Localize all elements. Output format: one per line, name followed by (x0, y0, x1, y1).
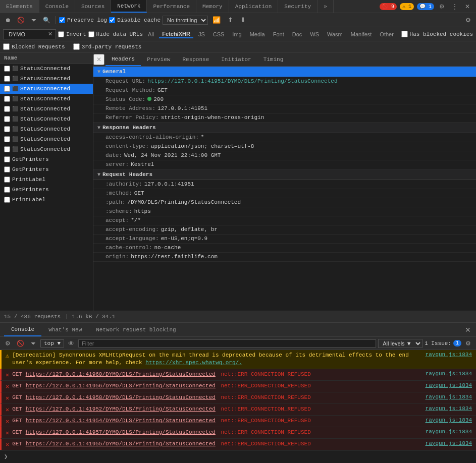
disable-cache-label[interactable]: Disable cache (109, 17, 161, 23)
request-item[interactable]: ⬛ StatusConnected (0, 74, 93, 84)
warning-source[interactable]: raygun.js:1834 (426, 352, 472, 358)
request-checkbox[interactable] (4, 106, 10, 112)
tab-console[interactable]: Console (39, 0, 75, 13)
third-party-checkbox[interactable] (73, 43, 80, 50)
request-checkbox[interactable] (4, 177, 10, 183)
console-tab-console[interactable]: Console (4, 323, 41, 336)
console-settings-button[interactable]: ⚙ (3, 339, 13, 348)
request-item[interactable]: PrintLabel (0, 175, 93, 185)
console-tab-whats-new[interactable]: What's New (41, 323, 89, 336)
error-url[interactable]: https://127.0.0.1:41956/DYMO/DLS/Printin… (26, 383, 216, 389)
preserve-log-checkbox[interactable] (59, 17, 65, 23)
request-item[interactable]: GetPrinters (0, 164, 93, 175)
filter-wasm[interactable]: Wasm (324, 31, 346, 38)
console-issue-settings[interactable]: ⚙ (463, 339, 473, 348)
detail-close-button[interactable]: ✕ (93, 54, 104, 65)
filter-button[interactable]: ⏷ (29, 16, 39, 25)
error-source[interactable]: raygun.js:1834 (426, 417, 472, 423)
filter-doc[interactable]: Doc (289, 31, 305, 38)
filter-font[interactable]: Font (270, 31, 287, 38)
tab-sources[interactable]: Sources (75, 0, 111, 13)
search-button[interactable]: 🔍 (41, 16, 52, 25)
has-blocked-cookies-label[interactable]: Has blocked cookies (401, 31, 473, 37)
record-button[interactable]: ⏺ (3, 16, 13, 25)
request-item[interactable]: ⬛ StatusConnected (0, 134, 93, 144)
error-url[interactable]: https://127.0.0.1:41957/DYMO/DLS/Printin… (26, 429, 216, 435)
console-clear-button[interactable]: 🚫 (15, 339, 26, 348)
console-filter-button[interactable]: ⏷ (28, 339, 38, 348)
request-checkbox[interactable] (4, 86, 10, 92)
request-checkbox[interactable] (4, 76, 10, 82)
search-input[interactable] (6, 30, 46, 38)
clear-search-button[interactable]: ✕ (47, 31, 54, 37)
tab-security[interactable]: Security (278, 0, 318, 13)
filter-fetch-xhr[interactable]: Fetch/XHR (159, 30, 193, 38)
request-checkbox[interactable] (4, 156, 10, 162)
preserve-log-label[interactable]: Preserve log (59, 17, 107, 23)
filter-media[interactable]: Media (247, 31, 268, 38)
tab-more[interactable]: » (318, 0, 334, 13)
request-checkbox[interactable] (4, 197, 10, 203)
export-button[interactable]: ⬇ (238, 15, 248, 25)
request-item[interactable]: GetPrinters (0, 154, 93, 164)
detail-tab-headers[interactable]: Headers (105, 52, 141, 66)
request-checkbox[interactable] (4, 166, 10, 172)
console-tab-network-blocking[interactable]: Network request blocking (89, 323, 183, 336)
request-item[interactable]: ⬛ StatusConnected (0, 84, 93, 94)
request-checkbox[interactable] (4, 96, 10, 102)
disable-cache-checkbox[interactable] (109, 17, 115, 23)
response-headers-section[interactable]: ▼ Response Headers (93, 123, 476, 133)
console-input-field[interactable] (10, 454, 472, 460)
close-devtools-button[interactable]: ✕ (463, 2, 472, 11)
request-item[interactable]: ⬛ StatusConnected (0, 94, 93, 104)
more-options-button[interactable]: ⋮ (450, 2, 460, 11)
error-source[interactable]: raygun.js:1834 (426, 429, 472, 435)
filter-all[interactable]: All (145, 31, 157, 38)
error-url[interactable]: https://127.0.0.1:41954/DYMO/DLS/Printin… (26, 418, 216, 424)
console-filter-input[interactable] (78, 339, 376, 348)
filter-css[interactable]: CSS (210, 31, 228, 38)
error-source[interactable]: raygun.js:1834 (426, 382, 472, 388)
request-item[interactable]: ⬛ StatusConnected (0, 144, 93, 154)
console-close-button[interactable]: ✕ (463, 326, 473, 334)
error-source[interactable]: raygun.js:1834 (426, 394, 472, 400)
console-eye-button[interactable]: 👁 (66, 339, 76, 348)
filter-ws[interactable]: WS (307, 31, 322, 38)
has-blocked-cookies-checkbox[interactable] (401, 31, 408, 37)
detail-tab-timing[interactable]: Timing (257, 52, 290, 66)
error-source[interactable]: raygun.js:1834 (426, 371, 472, 377)
hide-data-urls-label[interactable]: Hide data URLs (88, 31, 143, 37)
hide-data-urls-checkbox[interactable] (88, 31, 94, 37)
tab-performance[interactable]: Performance (147, 0, 196, 13)
filter-other[interactable]: Other (377, 31, 397, 38)
request-item[interactable]: ⬛ StatusConnected (0, 64, 93, 74)
throttle-select[interactable]: No throttling (163, 16, 208, 25)
tab-elements[interactable]: Elements (0, 0, 39, 13)
request-item[interactable]: ⬛ StatusConnected (0, 104, 93, 114)
request-checkbox[interactable] (4, 116, 10, 122)
error-url[interactable]: https://127.0.0.1:41958/DYMO/DLS/Printin… (26, 394, 216, 400)
request-item[interactable]: PrintLabel (0, 195, 93, 205)
request-checkbox[interactable] (4, 146, 10, 152)
level-select[interactable]: All levels ▼ (378, 339, 422, 348)
wifi-icon[interactable]: 📶 (210, 15, 223, 25)
request-checkbox[interactable] (4, 187, 10, 193)
filter-js[interactable]: JS (195, 31, 208, 38)
blocked-requests-label[interactable]: Blocked Requests (3, 43, 65, 50)
general-section-header[interactable]: ▼ General (93, 67, 476, 77)
tab-memory[interactable]: Memory (196, 0, 229, 13)
clear-button[interactable]: 🚫 (15, 16, 27, 25)
filter-img[interactable]: Img (229, 31, 244, 38)
detail-tab-preview[interactable]: Preview (141, 52, 176, 66)
request-item[interactable]: ⬛ StatusConnected (0, 114, 93, 124)
blocked-requests-checkbox[interactable] (3, 43, 10, 50)
error-url[interactable]: https://127.0.0.1:41960/DYMO/DLS/Printin… (26, 371, 216, 377)
network-settings-button[interactable]: ⚙ (463, 16, 473, 25)
tab-application[interactable]: Application (229, 0, 279, 13)
error-url[interactable]: https://127.0.0.1:41952/DYMO/DLS/Printin… (26, 406, 216, 412)
import-button[interactable]: ⬆ (225, 15, 236, 25)
request-item[interactable]: GetPrinters (0, 185, 93, 195)
warning-link[interactable]: https://xhr.spec.whatwg.org/. (145, 360, 242, 366)
request-checkbox[interactable] (4, 136, 10, 142)
detail-tab-initiator[interactable]: Initiator (215, 52, 257, 66)
